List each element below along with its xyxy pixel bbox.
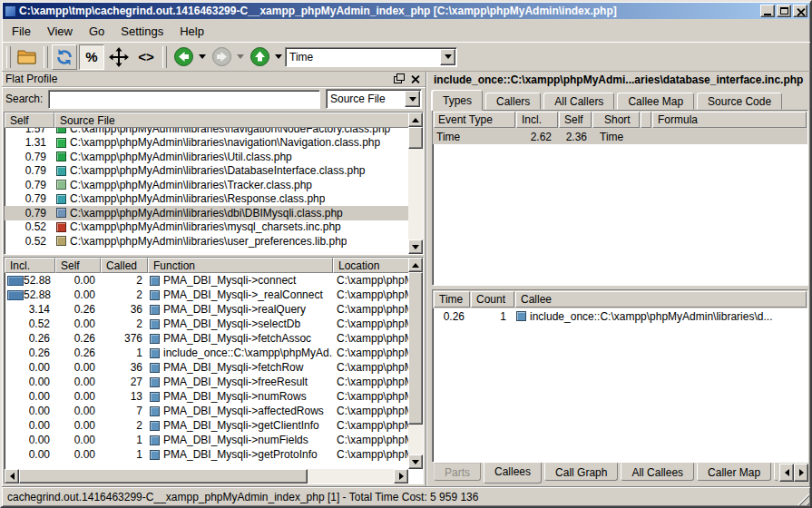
function-row[interactable]: 0.000.0036PMA_DBI_Mysqli->fetchRowC:\xam…: [5, 360, 408, 375]
tab-caller-map[interactable]: Caller Map: [697, 463, 771, 481]
tab-types[interactable]: Types: [432, 90, 483, 111]
forward-button[interactable]: [209, 44, 234, 70]
tab-source-code[interactable]: Source Code: [697, 93, 782, 110]
col-header-event-type[interactable]: Event Type: [434, 112, 515, 128]
menu-go[interactable]: Go: [81, 22, 113, 41]
file-list-vscrollbar[interactable]: [408, 112, 423, 254]
menu-view[interactable]: View: [39, 22, 81, 41]
scroll-down-button[interactable]: [408, 454, 423, 469]
menu-settings[interactable]: Settings: [113, 22, 171, 41]
scroll-thumb[interactable]: [19, 469, 308, 484]
close-button[interactable]: [793, 5, 807, 17]
close-dock-icon[interactable]: [409, 73, 422, 84]
up-button[interactable]: [247, 44, 272, 70]
function-row[interactable]: 0.260.26376PMA_DBI_Mysqli->fetchAssocC:\…: [5, 331, 408, 346]
function-cell: PMA_DBI_Mysqli->fetchAssoc: [148, 332, 333, 345]
file-row[interactable]: 0.52C:\xampp\phpMyAdmin\libraries\mysql_…: [5, 220, 408, 235]
event-type-select[interactable]: Time: [285, 47, 457, 67]
function-row[interactable]: 0.520.002PMA_DBI_Mysqli->selectDbC:\xamp…: [5, 317, 408, 331]
scroll-up-button[interactable]: [408, 258, 423, 272]
scroll-up-button[interactable]: [408, 112, 423, 127]
scroll-thumb[interactable]: [408, 272, 423, 425]
col-header-callee[interactable]: Callee: [515, 291, 807, 308]
function-row[interactable]: 0.000.007PMA_DBI_Mysqli->affectedRowsC:\…: [5, 404, 408, 418]
maximize-button[interactable]: [777, 5, 791, 17]
back-dropdown-caret[interactable]: [198, 45, 207, 69]
tab-callers[interactable]: Callers: [485, 93, 541, 110]
location-value: C:\xampp\phpMy...: [333, 318, 408, 330]
called-value: 1: [101, 347, 148, 359]
forward-dropdown-caret[interactable]: [236, 45, 245, 69]
back-icon: [173, 46, 194, 67]
callee-row[interactable]: 0.261include_once::C:\xampp\phpMyAdmin\l…: [433, 308, 807, 324]
tab-machine-code[interactable]: Machine Code: [774, 463, 778, 481]
file-row[interactable]: 0.79C:\xampp\phpMyAdmin\libraries\dbi\DB…: [5, 206, 408, 220]
function-row[interactable]: 52.880.002PMA_DBI_Mysqli->_realConnectC:…: [5, 288, 408, 302]
col-header-source-file[interactable]: Source File: [54, 112, 423, 128]
title-bar[interactable]: C:\xampp\tmp\cachegrind.out.1416463299-C…: [3, 3, 809, 19]
function-row[interactable]: 0.000.0013PMA_DBI_Mysqli->numRowsC:\xamp…: [5, 389, 408, 404]
file-row[interactable]: 0.79C:\xampp\phpMyAdmin\libraries\Respon…: [5, 192, 408, 207]
file-row[interactable]: 0.79C:\xampp\phpMyAdmin\libraries\Databa…: [5, 164, 408, 179]
grouping-select[interactable]: Source File: [326, 89, 422, 109]
tab-call-graph[interactable]: Call Graph: [544, 463, 618, 481]
function-list-vscrollbar[interactable]: [408, 258, 423, 469]
callee-time-value: 0.26: [433, 310, 469, 323]
col-header-short[interactable]: Short: [592, 112, 640, 128]
toolbar-handle[interactable]: [44, 46, 48, 68]
function-row[interactable]: 0.000.001PMA_DBI_Mysqli->numFieldsC:\xam…: [5, 433, 408, 447]
col-header-count[interactable]: Count: [471, 291, 514, 308]
tabs-scroll-right-button[interactable]: [794, 464, 808, 482]
col-header-self[interactable]: Self: [559, 112, 592, 128]
col-header-spacer[interactable]: [641, 112, 651, 128]
scroll-down-button[interactable]: [408, 239, 423, 254]
col-header-self[interactable]: Self: [55, 258, 101, 273]
scroll-left-button[interactable]: [5, 469, 19, 484]
function-row[interactable]: 0.260.261include_once::C:\xampp\phpMyAd.…: [5, 346, 408, 360]
file-row[interactable]: 0.79C:\xampp\phpMyAdmin\libraries\Util.c…: [5, 150, 408, 164]
open-file-button[interactable]: [15, 44, 40, 70]
function-row[interactable]: 0.000.002PMA_DBI_Mysqli->getClientInfoC:…: [5, 418, 408, 433]
file-row[interactable]: 1.31C:\xampp\phpMyAdmin\libraries\naviga…: [5, 136, 408, 151]
function-list-hscrollbar[interactable]: [5, 469, 408, 484]
function-row[interactable]: 0.000.0027PMA_DBI_Mysqli->freeResultC:\x…: [5, 375, 408, 389]
col-header-function[interactable]: Function: [148, 258, 333, 273]
function-row[interactable]: 3.140.2636PMA_DBI_Mysqli->realQueryC:\xa…: [5, 302, 408, 317]
toolbar-handle[interactable]: [6, 46, 11, 68]
relative-percent-toggle[interactable]: %: [79, 44, 104, 70]
reload-button[interactable]: [52, 44, 77, 70]
col-header-incl[interactable]: Incl.: [5, 258, 55, 273]
dock-header[interactable]: Flat Profile: [2, 72, 426, 87]
float-dock-icon[interactable]: [393, 73, 406, 84]
tab-all-callees[interactable]: All Callees: [621, 463, 694, 481]
resize-grip[interactable]: [797, 493, 809, 505]
tab-callee-map[interactable]: Callee Map: [617, 93, 694, 110]
cycle-detection-button[interactable]: <>: [133, 44, 159, 70]
tabs-scroll-left-button[interactable]: [779, 464, 794, 482]
up-dropdown-caret[interactable]: [274, 45, 283, 69]
menu-file[interactable]: File: [4, 22, 39, 41]
search-input[interactable]: [48, 90, 320, 109]
file-row[interactable]: 0.52C:\xampp\phpMyAdmin\libraries\user_p…: [5, 234, 408, 249]
event-type-row[interactable]: Time2.622.36Time: [433, 129, 807, 144]
toolbar-handle[interactable]: [162, 46, 167, 68]
scroll-thumb[interactable]: [408, 127, 423, 149]
file-row[interactable]: 0.79C:\xampp\phpMyAdmin\libraries\Tracke…: [5, 178, 408, 192]
tab-callees[interactable]: Callees: [484, 463, 542, 484]
event-type-dropdown-button[interactable]: [440, 49, 455, 65]
function-row[interactable]: 52.880.002PMA_DBI_Mysqli->connectC:\xamp…: [5, 273, 408, 288]
minimize-button[interactable]: [760, 5, 775, 17]
col-header-time[interactable]: Time: [434, 291, 470, 308]
col-header-incl[interactable]: Incl.: [516, 112, 558, 128]
function-row[interactable]: 0.000.001PMA_DBI_Mysqli->getProtoInfoC:\…: [5, 447, 408, 462]
col-header-called[interactable]: Called: [101, 258, 148, 273]
col-header-formula[interactable]: Formula: [652, 112, 807, 128]
expand-tool-button[interactable]: [106, 44, 132, 70]
grouping-dropdown-button[interactable]: [405, 91, 420, 107]
flat-profile-panel: Flat Profile Search: Source File Self So…: [2, 72, 426, 486]
back-button[interactable]: [171, 44, 196, 70]
tab-all-callers[interactable]: All Callers: [543, 93, 614, 110]
scroll-right-button[interactable]: [394, 469, 408, 484]
menu-help[interactable]: Help: [171, 22, 212, 41]
col-header-self[interactable]: Self: [5, 112, 54, 128]
